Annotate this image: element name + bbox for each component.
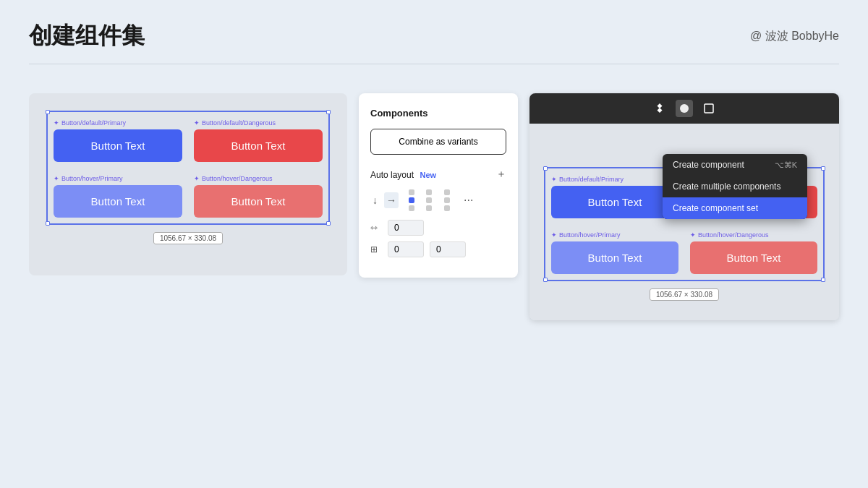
button-danger-default[interactable]: Button Text xyxy=(194,129,323,162)
align-dot-6 xyxy=(444,197,450,203)
component-tool-icon[interactable] xyxy=(651,100,668,117)
combine-variants-button[interactable]: Combine as variants xyxy=(370,129,506,155)
page-title: 创建组件集 xyxy=(29,20,145,52)
canvas-grid-left: ✦ Button/default/Primary Button Text ✦ B… xyxy=(46,111,330,225)
spacing-row-1: ⇿ xyxy=(370,220,506,236)
button-primary-hover[interactable]: Button Text xyxy=(54,185,182,218)
padding-v-input[interactable] xyxy=(388,241,424,257)
align-dot-7 xyxy=(409,205,414,211)
figma-toolbar xyxy=(529,93,839,124)
svg-point-0 xyxy=(680,104,689,113)
right-cell-label-tl: ✦ Button/default/Primary xyxy=(551,176,678,183)
more-options-button[interactable]: ··· xyxy=(464,194,473,207)
component-icon-bl: ✦ xyxy=(54,175,59,182)
menu-item-create-set[interactable]: Create component set xyxy=(663,197,807,219)
padding-icon: ⊞ xyxy=(370,244,382,254)
cell-tl: ✦ Button/default/Primary Button Text xyxy=(48,112,188,168)
new-badge: New xyxy=(420,171,437,179)
author-label: @ 波波 BobbyHe xyxy=(750,29,839,44)
contrast-tool-icon[interactable] xyxy=(676,100,693,117)
panel-right-container: Create component ⌥⌘K Create multiple com… xyxy=(529,93,839,320)
auto-layout-row: Auto layout New ＋ xyxy=(370,168,506,181)
right-cell-br: ✦ Button/hover/Dangerous Button Text xyxy=(684,224,823,280)
cell-bl: ✦ Button/hover/Primary Button Text xyxy=(48,168,188,223)
align-dot-2 xyxy=(426,189,432,195)
align-dot-3 xyxy=(444,189,450,195)
context-menu: Create component ⌥⌘K Create multiple com… xyxy=(663,154,807,219)
dir-right-button[interactable]: → xyxy=(384,192,399,208)
components-panel: Components Combine as variants Auto layo… xyxy=(359,93,518,278)
right-button-primary-hover[interactable]: Button Text xyxy=(551,241,678,274)
menu-shortcut-create: ⌥⌘K xyxy=(775,160,797,170)
spacing-row-2: ⊞ xyxy=(370,241,506,257)
menu-label-set: Create component set xyxy=(673,203,758,213)
padding-h-input[interactable] xyxy=(430,241,466,257)
right-component-icon-bl: ✦ xyxy=(551,231,557,239)
align-dot-1 xyxy=(409,189,414,195)
align-dot-5 xyxy=(426,197,432,203)
main-content: ✦ Button/default/Primary Button Text ✦ B… xyxy=(0,64,868,320)
right-cell-label-bl: ✦ Button/hover/Primary xyxy=(551,231,678,239)
align-dot-9 xyxy=(444,205,450,211)
canvas-size-label-left: 1056.67 × 330.08 xyxy=(153,232,223,244)
right-button-primary-default[interactable]: Button Text xyxy=(551,186,678,218)
spacing-h-icon: ⇿ xyxy=(370,223,382,233)
spacing-h-input[interactable] xyxy=(388,220,424,236)
components-title: Components xyxy=(370,108,506,119)
menu-label-create: Create component xyxy=(673,160,744,170)
add-auto-layout-button[interactable]: ＋ xyxy=(496,168,506,181)
right-component-icon-br: ✦ xyxy=(690,231,696,239)
cell-label-bl: ✦ Button/hover/Primary xyxy=(54,175,182,182)
component-icon-br: ✦ xyxy=(194,175,200,182)
frame-tool-icon[interactable] xyxy=(700,100,718,117)
direction-icons-row: ↓ → ··· xyxy=(370,189,506,211)
dir-down-button[interactable]: ↓ xyxy=(370,192,380,208)
component-icon-tl: ✦ xyxy=(54,119,59,127)
canvas-size-label-right: 1056.67 × 330.08 xyxy=(650,288,719,301)
menu-item-create-multiple[interactable]: Create multiple components xyxy=(663,176,807,197)
cell-label-tr: ✦ Button/default/Dangerous xyxy=(194,119,323,127)
right-cell-bl: ✦ Button/hover/Primary Button Text xyxy=(545,224,684,280)
cell-label-br: ✦ Button/hover/Dangerous xyxy=(194,175,323,182)
right-button-danger-hover[interactable]: Button Text xyxy=(690,241,817,274)
component-icon-tr: ✦ xyxy=(194,119,200,127)
align-dot-4 xyxy=(409,197,414,203)
auto-layout-label: Auto layout xyxy=(370,170,414,180)
button-danger-hover[interactable]: Button Text xyxy=(194,185,323,218)
menu-item-create-component[interactable]: Create component ⌥⌘K xyxy=(663,154,807,176)
button-primary-default[interactable]: Button Text xyxy=(54,129,182,162)
canvas-panel-left: ✦ Button/default/Primary Button Text ✦ B… xyxy=(29,93,347,275)
align-grid xyxy=(409,189,459,211)
menu-label-multiple: Create multiple components xyxy=(673,181,780,192)
canvas-panel-right: ✦ Button/default/Primary Button Text ✦ B… xyxy=(529,124,839,320)
cell-tr: ✦ Button/default/Dangerous Button Text xyxy=(188,112,328,168)
align-dot-8 xyxy=(426,205,432,211)
cell-br: ✦ Button/hover/Dangerous Button Text xyxy=(188,168,328,223)
cell-label-tl: ✦ Button/default/Primary xyxy=(54,119,182,127)
right-component-icon-tl: ✦ xyxy=(551,176,557,183)
svg-rect-1 xyxy=(705,104,713,113)
header: 创建组件集 @ 波波 BobbyHe xyxy=(0,0,868,64)
right-cell-label-br: ✦ Button/hover/Dangerous xyxy=(690,231,817,239)
